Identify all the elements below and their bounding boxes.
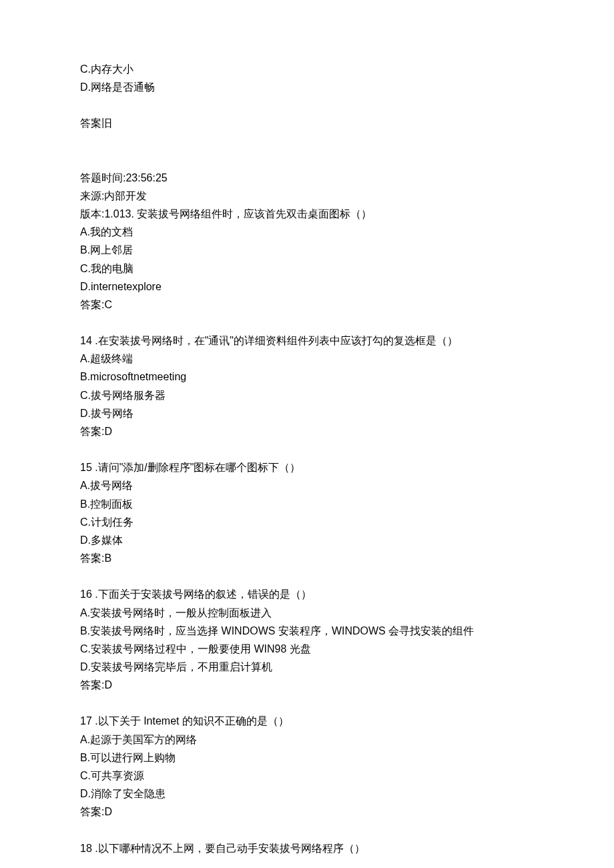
q13-option-b: B.网上邻居 xyxy=(80,241,534,259)
q17-stem: 17 .以下关于 Intemet 的知识不正确的是（） xyxy=(80,712,534,730)
q13-option-d: D.internetexplore xyxy=(80,278,534,296)
q14-option-c: C.拔号网络服务器 xyxy=(80,386,534,404)
option-c: C.内存大小 xyxy=(80,60,534,78)
q16-option-a: A.安装拔号网络时，一般从控制面板进入 xyxy=(80,604,534,622)
q14-option-a: A.超级终端 xyxy=(80,350,534,368)
q13-option-c: C.我的电脑 xyxy=(80,260,534,278)
q17-answer: 答案:D xyxy=(80,803,534,821)
q17-option-b: B.可以进行网上购物 xyxy=(80,749,534,767)
option-d: D.网络是否通畅 xyxy=(80,78,534,96)
q14-option-b: B.microsoftnetmeeting xyxy=(80,368,534,386)
q18-stem: 18 .以下哪种情况不上网，要自己动手安装拔号网络程序（） xyxy=(80,839,534,857)
version-and-q13-stem: 版本:1.013. 安装拔号网络组件时，应该首先双击桌面图标（） xyxy=(80,205,534,223)
q15-option-d: D.多媒体 xyxy=(80,531,534,549)
q16-answer: 答案:D xyxy=(80,676,534,694)
q15-option-b: B.控制面板 xyxy=(80,495,534,513)
q16-stem: 16 .下面关于安装拔号网络的叙述，错误的是（） xyxy=(80,585,534,603)
q16-option-c: C.安装拔号网络过程中，一般要使用 WIN98 光盘 xyxy=(80,640,534,658)
source-label: 来源:内部开发 xyxy=(80,187,534,205)
q15-answer: 答案:B xyxy=(80,549,534,567)
q14-option-d: D.拔号网络 xyxy=(80,404,534,422)
q15-option-a: A.拔号网络 xyxy=(80,476,534,494)
time-label: 答题时间:23:56:25 xyxy=(80,169,534,187)
q13-option-a: A.我的文档 xyxy=(80,223,534,241)
q14-answer: 答案:D xyxy=(80,422,534,440)
q17-option-c: C.可共享资源 xyxy=(80,767,534,785)
q15-option-c: C.计划任务 xyxy=(80,513,534,531)
q16-option-d: D.安装拔号网络完毕后，不用重启计算机 xyxy=(80,658,534,676)
answer-label: 答案旧 xyxy=(80,114,534,132)
q15-stem: 15 .请问"添加/删除程序"图标在哪个图标下（） xyxy=(80,458,534,476)
q13-answer: 答案:C xyxy=(80,296,534,314)
q17-option-a: A.起源于美国军方的网络 xyxy=(80,731,534,749)
q17-option-d: D.消除了安全隐患 xyxy=(80,785,534,803)
q16-option-b: B.安装拔号网络时，应当选择 WINDOWS 安装程序，WINDOWS 会寻找安… xyxy=(80,622,534,640)
q14-stem: 14 .在安装拔号网络时，在"通讯"的详细资料组件列表中应该打勾的复选框是（） xyxy=(80,332,534,350)
